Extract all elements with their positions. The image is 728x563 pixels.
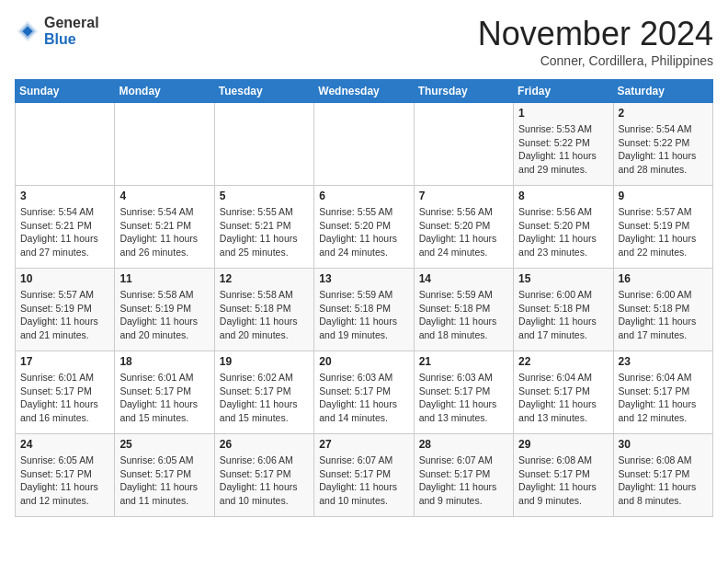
day-info: Sunrise: 6:04 AM Sunset: 5:17 PM Dayligh…: [619, 371, 708, 425]
day-number: 27: [319, 438, 408, 451]
day-info: Sunrise: 6:01 AM Sunset: 5:17 PM Dayligh…: [20, 371, 109, 425]
week-row-3: 10Sunrise: 5:57 AM Sunset: 5:19 PM Dayli…: [16, 269, 713, 351]
weekday-header-friday: Friday: [514, 80, 613, 103]
day-info: Sunrise: 5:55 AM Sunset: 5:21 PM Dayligh…: [220, 205, 309, 259]
day-cell: 30Sunrise: 6:08 AM Sunset: 5:17 PM Dayli…: [613, 434, 712, 517]
day-number: 29: [518, 438, 608, 451]
day-number: 21: [419, 355, 508, 368]
day-info: Sunrise: 5:53 AM Sunset: 5:22 PM Dayligh…: [518, 122, 608, 177]
location-title: Conner, Cordillera, Philippines: [478, 53, 713, 68]
day-number: 13: [319, 272, 408, 285]
day-number: 12: [220, 272, 309, 285]
day-number: 6: [319, 190, 408, 202]
day-cell: 26Sunrise: 6:06 AM Sunset: 5:17 PM Dayli…: [214, 434, 313, 517]
logo: General Blue: [15, 15, 99, 47]
day-info: Sunrise: 5:54 AM Sunset: 5:21 PM Dayligh…: [119, 205, 209, 259]
day-info: Sunrise: 6:08 AM Sunset: 5:17 PM Dayligh…: [619, 454, 708, 508]
day-info: Sunrise: 5:59 AM Sunset: 5:18 PM Dayligh…: [419, 288, 508, 342]
day-cell: [414, 103, 513, 186]
day-cell: 8Sunrise: 5:56 AM Sunset: 5:20 PM Daylig…: [514, 186, 613, 269]
day-number: 8: [518, 190, 608, 202]
day-cell: 3Sunrise: 5:54 AM Sunset: 5:21 PM Daylig…: [16, 186, 115, 269]
day-number: 3: [20, 190, 109, 202]
day-number: 18: [119, 355, 209, 368]
day-number: 23: [619, 355, 708, 368]
day-info: Sunrise: 5:56 AM Sunset: 5:20 PM Dayligh…: [518, 205, 608, 259]
day-cell: 25Sunrise: 6:05 AM Sunset: 5:17 PM Dayli…: [115, 434, 214, 517]
day-info: Sunrise: 6:07 AM Sunset: 5:17 PM Dayligh…: [419, 454, 508, 508]
day-info: Sunrise: 6:08 AM Sunset: 5:17 PM Dayligh…: [518, 454, 608, 508]
day-number: 15: [518, 272, 608, 285]
week-row-2: 3Sunrise: 5:54 AM Sunset: 5:21 PM Daylig…: [16, 186, 713, 269]
day-number: 10: [20, 272, 109, 285]
day-number: 7: [419, 190, 508, 202]
weekday-header-wednesday: Wednesday: [314, 80, 414, 103]
day-cell: 28Sunrise: 6:07 AM Sunset: 5:17 PM Dayli…: [414, 434, 513, 517]
day-info: Sunrise: 5:57 AM Sunset: 5:19 PM Dayligh…: [619, 205, 708, 259]
day-cell: 17Sunrise: 6:01 AM Sunset: 5:17 PM Dayli…: [16, 351, 115, 434]
day-number: 2: [619, 107, 708, 120]
day-cell: 4Sunrise: 5:54 AM Sunset: 5:21 PM Daylig…: [115, 186, 214, 269]
logo-general: General: [44, 15, 99, 31]
day-cell: [115, 103, 214, 186]
day-number: 30: [619, 438, 708, 451]
day-number: 14: [419, 272, 508, 285]
day-cell: 19Sunrise: 6:02 AM Sunset: 5:17 PM Dayli…: [214, 351, 313, 434]
day-info: Sunrise: 5:54 AM Sunset: 5:21 PM Dayligh…: [20, 205, 109, 259]
day-cell: 29Sunrise: 6:08 AM Sunset: 5:17 PM Dayli…: [514, 434, 613, 517]
day-cell: 20Sunrise: 6:03 AM Sunset: 5:17 PM Dayli…: [314, 351, 414, 434]
day-cell: 14Sunrise: 5:59 AM Sunset: 5:18 PM Dayli…: [414, 269, 513, 351]
day-info: Sunrise: 5:55 AM Sunset: 5:20 PM Dayligh…: [319, 205, 408, 259]
day-cell: 16Sunrise: 6:00 AM Sunset: 5:18 PM Dayli…: [613, 269, 712, 351]
logo-blue: Blue: [44, 31, 99, 48]
day-cell: 18Sunrise: 6:01 AM Sunset: 5:17 PM Dayli…: [115, 351, 214, 434]
day-cell: [214, 103, 313, 186]
day-info: Sunrise: 6:03 AM Sunset: 5:17 PM Dayligh…: [419, 371, 508, 425]
day-info: Sunrise: 5:58 AM Sunset: 5:18 PM Dayligh…: [220, 288, 309, 342]
day-number: 16: [619, 272, 708, 285]
day-info: Sunrise: 6:06 AM Sunset: 5:17 PM Dayligh…: [220, 454, 309, 508]
page-header: General Blue November 2024 Conner, Cordi…: [15, 15, 713, 68]
day-cell: 10Sunrise: 5:57 AM Sunset: 5:19 PM Dayli…: [16, 269, 115, 351]
day-info: Sunrise: 6:07 AM Sunset: 5:17 PM Dayligh…: [319, 454, 408, 508]
day-number: 11: [119, 272, 209, 285]
day-cell: 1Sunrise: 5:53 AM Sunset: 5:22 PM Daylig…: [514, 103, 613, 186]
calendar-body: 1Sunrise: 5:53 AM Sunset: 5:22 PM Daylig…: [16, 103, 713, 517]
day-number: 22: [518, 355, 608, 368]
day-cell: 6Sunrise: 5:55 AM Sunset: 5:20 PM Daylig…: [314, 186, 414, 269]
day-number: 4: [119, 190, 209, 202]
weekday-row: SundayMondayTuesdayWednesdayThursdayFrid…: [16, 80, 713, 103]
weekday-header-thursday: Thursday: [414, 80, 513, 103]
day-info: Sunrise: 6:00 AM Sunset: 5:18 PM Dayligh…: [518, 288, 608, 342]
day-number: 5: [220, 190, 309, 202]
day-cell: 2Sunrise: 5:54 AM Sunset: 5:22 PM Daylig…: [613, 103, 712, 186]
day-info: Sunrise: 6:05 AM Sunset: 5:17 PM Dayligh…: [119, 454, 209, 508]
day-cell: [314, 103, 414, 186]
calendar-table: SundayMondayTuesdayWednesdayThursdayFrid…: [15, 79, 713, 517]
day-cell: 13Sunrise: 5:59 AM Sunset: 5:18 PM Dayli…: [314, 269, 414, 351]
day-number: 25: [119, 438, 209, 451]
day-cell: [16, 103, 115, 186]
day-info: Sunrise: 6:00 AM Sunset: 5:18 PM Dayligh…: [619, 288, 708, 342]
day-info: Sunrise: 6:02 AM Sunset: 5:17 PM Dayligh…: [220, 371, 309, 425]
week-row-1: 1Sunrise: 5:53 AM Sunset: 5:22 PM Daylig…: [16, 103, 713, 186]
weekday-header-monday: Monday: [115, 80, 214, 103]
calendar-header: SundayMondayTuesdayWednesdayThursdayFrid…: [16, 80, 713, 103]
day-cell: 7Sunrise: 5:56 AM Sunset: 5:20 PM Daylig…: [414, 186, 513, 269]
day-cell: 12Sunrise: 5:58 AM Sunset: 5:18 PM Dayli…: [214, 269, 313, 351]
day-info: Sunrise: 6:01 AM Sunset: 5:17 PM Dayligh…: [119, 371, 209, 425]
day-number: 1: [518, 107, 608, 120]
day-cell: 27Sunrise: 6:07 AM Sunset: 5:17 PM Dayli…: [314, 434, 414, 517]
day-cell: 21Sunrise: 6:03 AM Sunset: 5:17 PM Dayli…: [414, 351, 513, 434]
day-number: 24: [20, 438, 109, 451]
day-cell: 5Sunrise: 5:55 AM Sunset: 5:21 PM Daylig…: [214, 186, 313, 269]
day-cell: 22Sunrise: 6:04 AM Sunset: 5:17 PM Dayli…: [514, 351, 613, 434]
day-info: Sunrise: 5:59 AM Sunset: 5:18 PM Dayligh…: [319, 288, 408, 342]
weekday-header-saturday: Saturday: [613, 80, 712, 103]
day-info: Sunrise: 5:57 AM Sunset: 5:19 PM Dayligh…: [20, 288, 109, 342]
week-row-5: 24Sunrise: 6:05 AM Sunset: 5:17 PM Dayli…: [16, 434, 713, 517]
day-number: 28: [419, 438, 508, 451]
title-block: November 2024 Conner, Cordillera, Philip…: [478, 15, 713, 68]
weekday-header-tuesday: Tuesday: [214, 80, 313, 103]
day-info: Sunrise: 6:04 AM Sunset: 5:17 PM Dayligh…: [518, 371, 608, 425]
